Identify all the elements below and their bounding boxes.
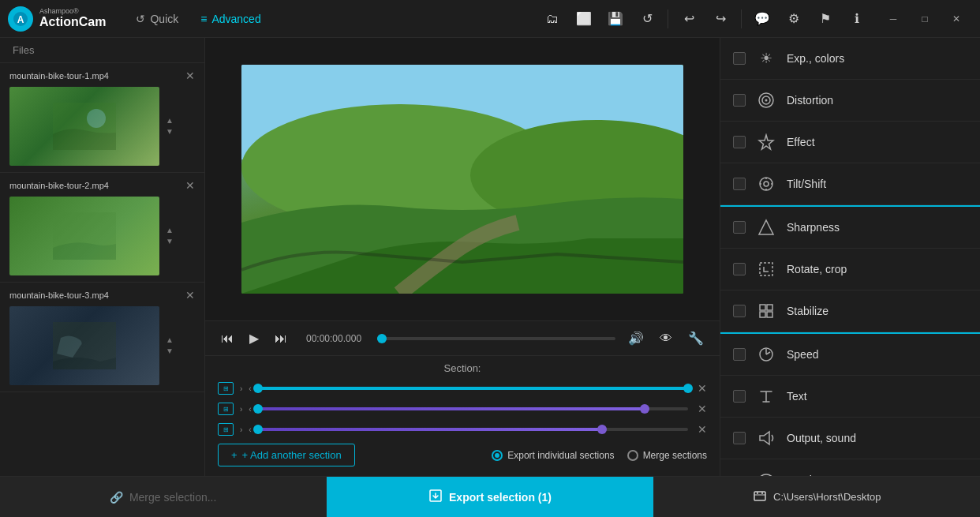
export-selection-button[interactable]: Export selection (1) (327, 477, 653, 517)
panel-item-rotate-crop[interactable]: Rotate, crop (720, 249, 980, 290)
progress-bar[interactable] (377, 337, 615, 340)
exp-colors-icon: ☀ (755, 47, 777, 69)
close-button[interactable]: ✕ (941, 6, 972, 32)
settings-ctrl-button[interactable]: 🔧 (685, 328, 707, 349)
export-individual-option[interactable]: Export individual sections (492, 450, 614, 461)
panel-item-speed[interactable]: Speed (720, 334, 980, 376)
flag-button[interactable]: ⚑ (811, 5, 840, 33)
video-preview[interactable] (241, 65, 683, 294)
section-icon-2: ⊞ (218, 403, 234, 415)
section-area: Section: ⊞ › ‹ ✕ ⊞ › ‹ (205, 355, 720, 476)
panel-item-effect[interactable]: Effect (720, 122, 980, 163)
file-down-1[interactable]: ▼ (166, 128, 174, 136)
section-arrow-right-3[interactable]: › (240, 425, 242, 434)
play-button[interactable]: ▶ (246, 328, 262, 349)
file-close-1[interactable]: ✕ (185, 69, 195, 82)
panel-item-exp-colors[interactable]: ☀ Exp., colors (720, 38, 980, 80)
svg-rect-28 (754, 492, 765, 500)
svg-point-3 (87, 109, 106, 128)
path-button[interactable]: C:\Users\Horst\Desktop (653, 477, 980, 517)
section-arrow-right-1[interactable]: › (240, 384, 242, 393)
file-close-2[interactable]: ✕ (185, 179, 195, 192)
nav-advanced-button[interactable]: ≡ Advanced (189, 8, 271, 30)
file-name-2: mountain-bike-tour-2.mp4 (9, 181, 109, 190)
save-button[interactable]: 💾 (601, 5, 630, 33)
nav-quick-button[interactable]: ↺ Quick (125, 8, 189, 30)
panel-checkbox-rotate-crop[interactable] (733, 263, 746, 275)
settings-button[interactable]: ⚙ (780, 5, 808, 33)
section-close-2[interactable]: ✕ (698, 403, 707, 415)
panel-checkbox-stabilize[interactable] (733, 305, 746, 317)
panel-checkbox-output-sound[interactable] (733, 432, 746, 444)
brand-text: Ashampoo® (39, 8, 106, 15)
volume-button[interactable]: 🔊 (625, 328, 647, 349)
reset-button[interactable]: ↺ (633, 5, 661, 33)
preview-toggle-button[interactable]: 👁 (656, 328, 675, 349)
section-row-2: ⊞ › ‹ ✕ (218, 401, 707, 417)
next-button[interactable]: ⏭ (271, 328, 290, 349)
file-up-1[interactable]: ▲ (166, 117, 174, 125)
file-arrows-1: ▲ ▼ (166, 117, 174, 136)
section-slider-3[interactable] (258, 421, 688, 437)
panel-item-distortion[interactable]: Distortion (720, 80, 980, 122)
file-thumb-3[interactable] (9, 306, 159, 385)
merge-radio[interactable] (627, 450, 638, 461)
minimize-button[interactable]: ─ (877, 6, 909, 32)
add-section-button[interactable]: + + Add another section (218, 444, 355, 466)
merge-selection-button[interactable]: 🔗 Merge selection... (0, 477, 327, 517)
section-arrow-left-2[interactable]: ‹ (249, 405, 251, 414)
chat-button[interactable]: 💬 (748, 5, 776, 33)
section-arrow-right-2[interactable]: › (240, 405, 242, 414)
panel-checkbox-exp-colors[interactable] (733, 52, 746, 65)
file-down-2[interactable]: ▼ (166, 238, 174, 245)
panel-checkbox-effect[interactable] (733, 136, 746, 148)
file-close-3[interactable]: ✕ (185, 289, 195, 302)
panel-item-output-sound[interactable]: Output, sound (720, 418, 980, 459)
file-row-3: ▲ ▼ (9, 306, 195, 385)
panel-item-stabilize[interactable]: Stabilize (720, 290, 980, 332)
info-button[interactable]: ℹ (843, 5, 871, 33)
file-thumb-1[interactable] (9, 87, 159, 166)
file-up-2[interactable]: ▲ (166, 227, 174, 234)
right-panel: ☀ Exp., colors Distortion Effect (720, 38, 980, 476)
panel-checkbox-sharpness[interactable] (733, 221, 746, 234)
panel-checkbox-text[interactable] (733, 390, 746, 403)
file-up-3[interactable]: ▲ (166, 336, 174, 344)
progress-thumb (377, 334, 387, 343)
svg-rect-21 (760, 312, 765, 317)
merge-selection-label: Merge selection... (129, 491, 217, 504)
folder-button[interactable]: 🗂 (538, 5, 567, 33)
merge-option[interactable]: Merge sections (627, 450, 707, 461)
advanced-label: Advanced (211, 13, 260, 25)
tilt-shift-icon (755, 173, 777, 195)
section-arrow-left-1[interactable]: ‹ (249, 384, 251, 393)
copy-button[interactable]: ⬜ (570, 5, 598, 33)
section-slider-2[interactable] (258, 401, 688, 417)
redo-button[interactable]: ↪ (706, 5, 735, 33)
prev-button[interactable]: ⏮ (218, 328, 237, 349)
file-controls-3: ✕ (182, 289, 195, 302)
panel-item-tilt-shift[interactable]: Tilt/Shift (720, 163, 980, 205)
file-header-2: mountain-bike-tour-2.mp4 ✕ (9, 179, 195, 192)
section-close-3[interactable]: ✕ (698, 423, 707, 436)
section-arrow-left-3[interactable]: ‹ (249, 425, 251, 434)
file-down-3[interactable]: ▼ (166, 347, 174, 355)
file-item: mountain-bike-tour-2.mp4 ✕ ▲ ▼ (0, 173, 204, 283)
panel-item-text[interactable]: Text (720, 376, 980, 418)
export-individual-radio[interactable] (492, 450, 503, 461)
panel-checkbox-tilt-shift[interactable] (733, 178, 746, 190)
file-thumb-2[interactable] (9, 197, 159, 275)
maximize-button[interactable]: □ (909, 6, 941, 32)
panel-checkbox-speed[interactable] (733, 348, 746, 361)
text-icon (755, 385, 777, 407)
export-icon (428, 489, 443, 505)
section-slider-1[interactable] (258, 380, 688, 396)
undo-button[interactable]: ↩ (675, 5, 703, 33)
file-controls-2: ✕ (182, 179, 195, 192)
section-icon-1: ⊞ (218, 382, 234, 395)
effect-label: Effect (787, 136, 815, 148)
panel-checkbox-distortion[interactable] (733, 94, 746, 107)
panel-item-sharpness[interactable]: Sharpness (720, 207, 980, 249)
panel-item-preview[interactable]: Preview (720, 459, 980, 476)
section-close-1[interactable]: ✕ (698, 382, 707, 395)
